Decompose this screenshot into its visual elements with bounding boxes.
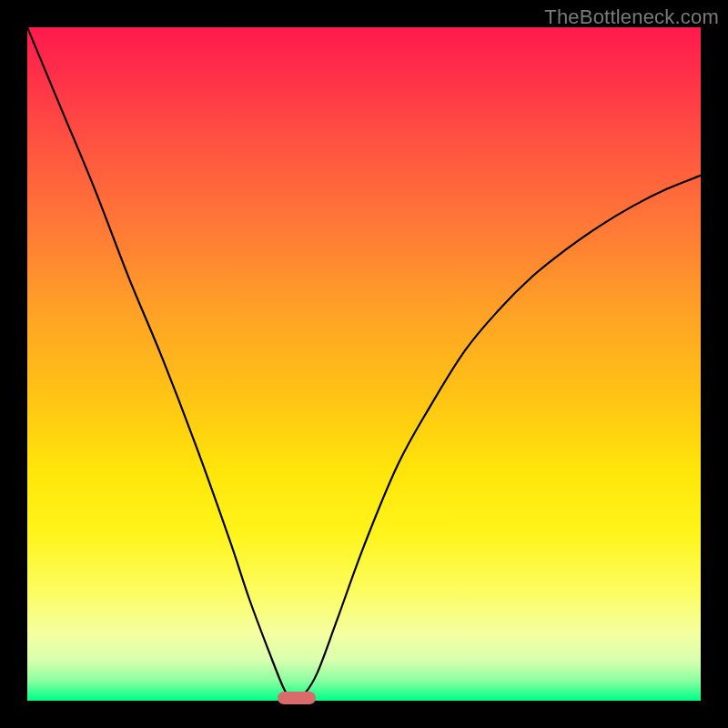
watermark-text: TheBottleneck.com <box>544 5 719 29</box>
bottleneck-curve <box>27 27 701 701</box>
plot-area <box>27 27 701 701</box>
minimum-marker <box>278 692 316 704</box>
chart-frame: TheBottleneck.com <box>0 0 728 728</box>
